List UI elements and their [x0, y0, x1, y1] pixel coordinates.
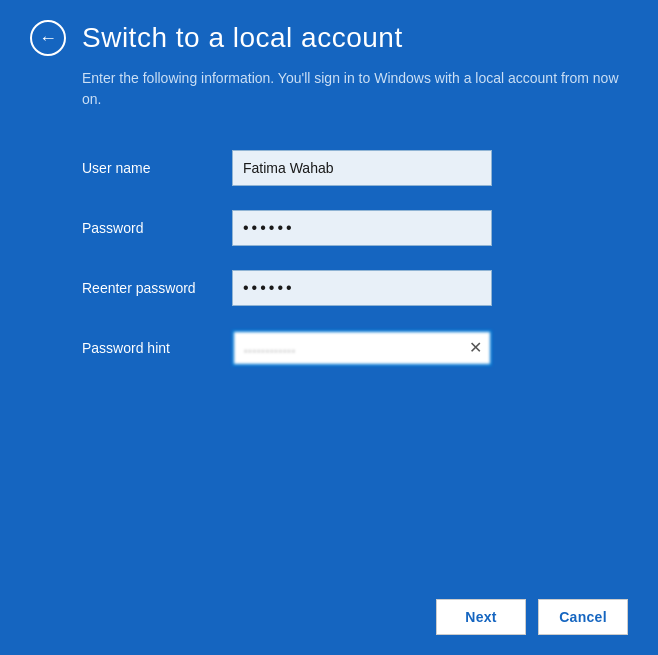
page-container: ← Switch to a local account Enter the fo… [0, 0, 658, 655]
password-label: Password [82, 220, 212, 236]
next-button[interactable]: Next [436, 599, 526, 635]
reenter-password-row: Reenter password [82, 270, 628, 306]
clear-hint-button[interactable]: ✕ [465, 338, 486, 358]
username-input[interactable] [232, 150, 492, 186]
cancel-button[interactable]: Cancel [538, 599, 628, 635]
clear-icon: ✕ [469, 339, 482, 356]
back-button[interactable]: ← [30, 20, 66, 56]
back-icon: ← [39, 28, 57, 49]
password-hint-input[interactable] [232, 330, 492, 366]
hint-wrapper: ✕ [232, 330, 492, 366]
password-hint-label: Password hint [82, 340, 212, 356]
header: ← Switch to a local account [30, 20, 628, 56]
footer: Next Cancel [30, 579, 628, 635]
form-container: User name Password Reenter password Pass… [82, 150, 628, 366]
password-row: Password [82, 210, 628, 246]
password-hint-row: Password hint ✕ [82, 330, 628, 366]
page-title: Switch to a local account [82, 22, 403, 54]
username-row: User name [82, 150, 628, 186]
reenter-password-input[interactable] [232, 270, 492, 306]
reenter-password-label: Reenter password [82, 280, 212, 296]
username-label: User name [82, 160, 212, 176]
subtitle: Enter the following information. You'll … [82, 68, 628, 110]
password-input[interactable] [232, 210, 492, 246]
